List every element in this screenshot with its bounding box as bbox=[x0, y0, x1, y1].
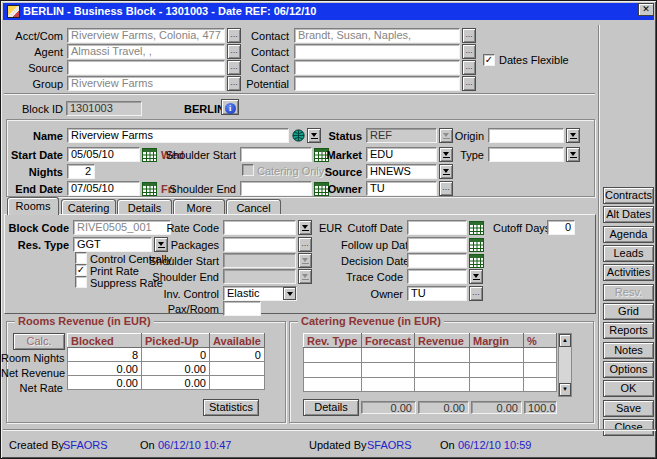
margin-total-field: 0.00 bbox=[471, 401, 522, 414]
calendar-icon[interactable] bbox=[469, 221, 484, 235]
cutoff-date-field[interactable] bbox=[407, 220, 467, 235]
packages-field[interactable] bbox=[223, 237, 296, 252]
rooms-owner-field[interactable]: TU bbox=[407, 286, 467, 301]
close-button[interactable]: Close bbox=[603, 419, 654, 436]
reports-button[interactable]: Reports bbox=[603, 322, 654, 339]
table-cell[interactable] bbox=[304, 378, 362, 392]
origin-dropdown-button[interactable] bbox=[566, 128, 580, 143]
leads-button[interactable]: Leads bbox=[603, 245, 654, 262]
tab-cancel[interactable]: Cancel bbox=[226, 199, 281, 215]
contact3-lov-button[interactable]: ... bbox=[462, 60, 476, 75]
print-rate-checkbox[interactable]: ✓ bbox=[75, 264, 87, 276]
table-cell[interactable]: 0.00 bbox=[68, 376, 142, 390]
decision-date-field[interactable] bbox=[407, 253, 467, 268]
contact2-lov-button[interactable]: ... bbox=[462, 44, 476, 59]
save-button[interactable]: Save bbox=[603, 400, 654, 417]
market-field[interactable]: EDU bbox=[366, 147, 437, 162]
start-date-field[interactable]: 05/05/10 bbox=[67, 147, 140, 162]
globe-icon[interactable] bbox=[292, 129, 305, 144]
end-date-field[interactable]: 07/05/10 bbox=[67, 181, 140, 196]
contracts-button[interactable]: Contracts bbox=[603, 187, 654, 204]
rooms-owner-lov-button[interactable]: ... bbox=[469, 286, 483, 301]
table-cell[interactable]: 8 bbox=[68, 348, 142, 362]
table-cell[interactable]: 0.00 bbox=[142, 362, 210, 376]
source-field[interactable] bbox=[67, 60, 225, 75]
control-centrally-checkbox[interactable] bbox=[75, 252, 87, 264]
table-cell[interactable] bbox=[470, 348, 524, 363]
calendar-icon[interactable] bbox=[469, 254, 484, 268]
table-cell[interactable] bbox=[362, 378, 415, 392]
cutoff-days-field[interactable]: 0 bbox=[547, 220, 575, 235]
table-cell[interactable]: 0 bbox=[142, 348, 210, 362]
activities-button[interactable]: Activities bbox=[603, 264, 654, 281]
table-cell[interactable] bbox=[210, 362, 265, 376]
inv-control-combobox[interactable]: Elastic bbox=[223, 286, 297, 301]
block-id-field: 1301003 bbox=[66, 101, 142, 116]
table-cell[interactable] bbox=[362, 348, 415, 363]
pax-room-field[interactable] bbox=[223, 301, 261, 316]
acct-com-field[interactable]: Riverview Farms, Colonia, 477 550-38 bbox=[67, 28, 225, 43]
chevron-down-icon[interactable] bbox=[283, 287, 296, 300]
group-field[interactable]: Riverview Farms bbox=[67, 76, 225, 91]
contact1-field[interactable]: Brandt, Susan, Naples, bbox=[294, 28, 460, 43]
property-info-button[interactable]: i bbox=[221, 99, 239, 115]
contact3-field[interactable] bbox=[294, 60, 460, 75]
rate-code-dropdown-button[interactable] bbox=[298, 220, 312, 235]
table-cell[interactable] bbox=[524, 363, 557, 378]
table-cell[interactable] bbox=[470, 363, 524, 378]
details-button[interactable]: Details bbox=[303, 399, 359, 416]
table-cell[interactable] bbox=[415, 378, 470, 392]
block-source-field[interactable]: HNEWS bbox=[366, 164, 437, 179]
contact1-lov-button[interactable]: ... bbox=[462, 28, 476, 43]
block-source-dropdown-button[interactable] bbox=[439, 164, 453, 179]
table-cell[interactable] bbox=[304, 348, 362, 363]
shoulder-start-field[interactable] bbox=[240, 147, 312, 162]
potential-field[interactable] bbox=[294, 76, 460, 91]
notes-button[interactable]: Notes bbox=[603, 342, 654, 359]
alt-dates-button[interactable]: Alt Dates bbox=[603, 206, 654, 223]
agenda-button[interactable]: Agenda bbox=[603, 226, 654, 243]
scroll-down-button[interactable]: ▼ bbox=[559, 383, 571, 396]
tab-details[interactable]: Details bbox=[117, 199, 172, 215]
rate-code-field[interactable] bbox=[223, 220, 296, 235]
type-dropdown-button[interactable] bbox=[566, 147, 580, 162]
catering-table-scrollbar[interactable]: ▲ ▼ bbox=[558, 333, 572, 397]
packages-lov-button[interactable]: ... bbox=[298, 237, 312, 252]
tab-rooms[interactable]: Rooms bbox=[7, 197, 59, 215]
grid-button[interactable]: Grid bbox=[603, 303, 654, 320]
table-cell[interactable] bbox=[470, 378, 524, 392]
trace-code-dropdown-button[interactable] bbox=[469, 269, 483, 284]
suppress-rate-checkbox[interactable] bbox=[75, 276, 87, 288]
statistics-button[interactable]: Statistics bbox=[203, 399, 259, 416]
table-cell[interactable] bbox=[304, 363, 362, 378]
options-button[interactable]: Options bbox=[603, 361, 654, 378]
trace-code-field[interactable] bbox=[407, 269, 467, 284]
potential-lov-button[interactable]: ... bbox=[462, 76, 476, 91]
type-field[interactable] bbox=[488, 147, 564, 162]
table-cell[interactable] bbox=[362, 363, 415, 378]
tab-more[interactable]: More bbox=[173, 199, 225, 215]
table-cell[interactable]: 0.00 bbox=[142, 376, 210, 390]
agent-field[interactable]: Almassi Travel, , bbox=[67, 44, 225, 59]
calendar-icon[interactable] bbox=[469, 238, 484, 252]
table-cell[interactable] bbox=[524, 378, 557, 392]
follow-up-date-field[interactable] bbox=[407, 237, 467, 252]
table-cell[interactable] bbox=[415, 348, 470, 363]
tab-catering[interactable]: Catering bbox=[61, 199, 116, 215]
origin-field[interactable] bbox=[488, 128, 564, 143]
contact2-field[interactable] bbox=[294, 44, 460, 59]
ok-button[interactable]: OK bbox=[603, 380, 654, 397]
owner-field[interactable]: TU bbox=[366, 181, 437, 196]
table-cell[interactable]: 0 bbox=[210, 348, 265, 362]
shoulder-end-field[interactable] bbox=[240, 181, 312, 196]
name-field[interactable]: Riverview Farms bbox=[67, 128, 289, 143]
window-close-button[interactable]: ✕ bbox=[638, 3, 654, 16]
nights-field[interactable]: 2 bbox=[67, 164, 95, 179]
table-cell[interactable] bbox=[524, 348, 557, 363]
table-cell[interactable]: 0.00 bbox=[68, 362, 142, 376]
owner-lov-button[interactable]: ... bbox=[439, 181, 453, 196]
scroll-up-button[interactable]: ▲ bbox=[559, 334, 571, 347]
table-cell[interactable] bbox=[210, 376, 265, 390]
dates-flexible-checkbox[interactable]: ✓ bbox=[483, 54, 495, 66]
table-cell[interactable] bbox=[415, 363, 470, 378]
